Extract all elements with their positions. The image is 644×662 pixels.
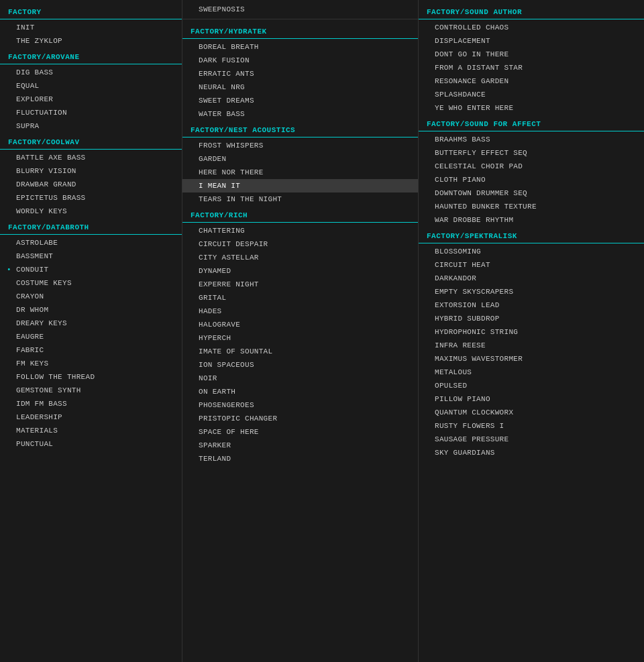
list-item[interactable]: THE ZYKLOP — [0, 34, 182, 48]
list-item[interactable]: DOWNTOWN DRUMMER SEQ — [419, 186, 644, 200]
list-item[interactable]: EXTORSION LEAD — [419, 298, 644, 312]
list-item[interactable]: DARKANDOR — [419, 272, 644, 285]
list-item[interactable]: DREARY KEYS — [0, 317, 182, 330]
list-item[interactable]: CHATTERING — [182, 224, 418, 237]
list-item[interactable]: SPLASHDANCE — [419, 88, 644, 101]
list-item[interactable]: NEURAL NRG — [182, 80, 418, 94]
list-item[interactable]: RUSTY FLOWERS I — [419, 419, 644, 433]
list-item[interactable]: DYNAMED — [182, 264, 418, 278]
list-item[interactable]: SWEEPNOSIS — [182, 3, 418, 16]
list-item[interactable]: WORDLY KEYS — [0, 205, 182, 218]
list-item[interactable]: CRAYON — [0, 290, 182, 303]
list-item[interactable]: BRAAHMS BASS — [419, 133, 644, 146]
list-item[interactable]: SWEET DREAMS — [182, 94, 418, 107]
section-header: FACTORY/DATABROTH — [0, 218, 182, 235]
list-item[interactable]: CONTROLLED CHAOS — [419, 21, 644, 34]
left-column: FACTORYINITTHE ZYKLOPFACTORY/AROVANEDIG … — [0, 0, 182, 662]
list-item[interactable]: BATTLE AXE BASS — [0, 151, 182, 164]
list-item[interactable]: ASTROLABE — [0, 236, 182, 250]
list-item[interactable]: CLOTH PIANO — [419, 173, 644, 186]
list-item[interactable]: FOLLOW THE THREAD — [0, 370, 182, 384]
list-item[interactable]: EXPERRE NIGHT — [182, 278, 418, 291]
list-item[interactable]: INIT — [0, 21, 182, 34]
list-item[interactable]: YE WHO ENTER HERE — [419, 101, 644, 115]
list-item[interactable]: DARK FUSION — [182, 54, 418, 67]
list-item[interactable]: HAUNTED BUNKER TEXTURE — [419, 200, 644, 213]
list-item[interactable]: SPACE OF HERE — [182, 425, 418, 439]
list-item[interactable]: DONT GO IN THERE — [419, 48, 644, 61]
list-item[interactable]: COSTUME KEYS — [0, 276, 182, 290]
list-item[interactable]: TEARS IN THE NIGHT — [182, 192, 418, 206]
list-item[interactable]: HALOGRAVE — [182, 318, 418, 331]
list-item[interactable]: EQUAL — [0, 79, 182, 93]
list-item[interactable]: GARDEN — [182, 152, 418, 166]
list-item[interactable]: SAUSAGE PRESSURE — [419, 433, 644, 446]
list-item[interactable]: I MEAN IT — [182, 179, 418, 192]
list-item[interactable]: PUNCTUAL — [0, 437, 182, 451]
list-item[interactable]: RESONANCE GARDEN — [419, 74, 644, 88]
list-item[interactable]: SKY GUARDIANS — [419, 446, 644, 459]
list-item[interactable]: FLUCTUATION — [0, 106, 182, 119]
list-item[interactable]: SUPRA — [0, 119, 182, 133]
list-item[interactable]: IMATE OF SOUNTAL — [182, 345, 418, 358]
list-item[interactable]: ION SPACEOUS — [182, 358, 418, 372]
list-item[interactable]: LEADERSHIP — [0, 410, 182, 424]
mid-column: SWEEPNOSISFACTORY/HYDRATEKBOREAL BREATHD… — [182, 0, 419, 662]
list-item[interactable]: FROM A DISTANT STAR — [419, 61, 644, 74]
list-item[interactable]: DR WHOM — [0, 303, 182, 317]
list-item[interactable]: EXPLORER — [0, 93, 182, 106]
section-header: FACTORY/SOUND FOR AFFECT — [419, 115, 644, 131]
list-item[interactable]: GRITAL — [182, 291, 418, 305]
list-item[interactable]: EAUGRE — [0, 330, 182, 343]
list-item[interactable]: WATER BASS — [182, 107, 418, 121]
main-container: FACTORYINITTHE ZYKLOPFACTORY/AROVANEDIG … — [0, 0, 644, 662]
section-header: FACTORY/HYDRATEK — [182, 22, 418, 39]
list-item[interactable]: INFRA REESE — [419, 339, 644, 352]
list-item[interactable]: BLOSSOMING — [419, 245, 644, 258]
list-item[interactable]: FROST WHISPERS — [182, 139, 418, 152]
list-item[interactable]: WAR DROBBE RHYTHM — [419, 213, 644, 227]
list-item[interactable]: HYBRID SUBDROP — [419, 312, 644, 325]
list-item[interactable]: ON EARTH — [182, 385, 418, 398]
section-header: FACTORY/NEST ACOUSTICS — [182, 121, 418, 137]
list-item[interactable]: METALOUS — [419, 366, 644, 379]
section-header: FACTORY/SPEKTRALISK — [419, 227, 644, 243]
list-item[interactable]: BOREAL BREATH — [182, 40, 418, 54]
list-item[interactable]: SPARKER — [182, 439, 418, 452]
right-column: FACTORY/SOUND AUTHORCONTROLLED CHAOSDISP… — [419, 0, 644, 662]
list-item[interactable]: PRISTOPIC CHANGER — [182, 412, 418, 425]
list-item[interactable]: HYDROPHONIC STRING — [419, 325, 644, 339]
list-item[interactable]: EPICTETUS BRASS — [0, 191, 182, 205]
section-header: FACTORY/AROVANE — [0, 48, 182, 64]
section-header: FACTORY/COOLWAV — [0, 133, 182, 150]
list-item[interactable]: BLURRY VISION — [0, 164, 182, 178]
list-item[interactable]: QUANTUM CLOCKWORX — [419, 406, 644, 419]
list-item[interactable]: CELESTIAL CHOIR PAD — [419, 160, 644, 173]
list-item[interactable]: CIRCUIT HEAT — [419, 258, 644, 272]
list-item[interactable]: HERE NOR THERE — [182, 166, 418, 179]
list-item[interactable]: PHOSENGEROES — [182, 398, 418, 412]
list-item[interactable]: MAXIMUS WAVESTORMER — [419, 352, 644, 366]
list-item[interactable]: BASSMENT — [0, 250, 182, 263]
list-item[interactable]: BUTTERFLY EFFECT SEQ — [419, 146, 644, 160]
section-header: FACTORY — [0, 3, 182, 19]
list-item[interactable]: CONDUIT — [0, 263, 182, 276]
list-item[interactable]: EMPTY SKYSCRAPERS — [419, 285, 644, 298]
list-item[interactable]: GEMSTONE SYNTH — [0, 384, 182, 397]
list-item[interactable]: OPULSED — [419, 379, 644, 392]
list-item[interactable]: CITY ASTELLAR — [182, 251, 418, 264]
list-item[interactable]: TERLAND — [182, 452, 418, 465]
list-item[interactable]: NOIR — [182, 372, 418, 385]
list-item[interactable]: DIG BASS — [0, 66, 182, 79]
list-item[interactable]: HADES — [182, 305, 418, 318]
list-item[interactable]: IDM FM BASS — [0, 397, 182, 410]
list-item[interactable]: FABRIC — [0, 343, 182, 357]
list-item[interactable]: PILLOW PIANO — [419, 392, 644, 406]
list-item[interactable]: HYPERCH — [182, 331, 418, 345]
list-item[interactable]: ERRATIC ANTS — [182, 67, 418, 80]
list-item[interactable]: DISPLACEMENT — [419, 34, 644, 48]
list-item[interactable]: FM KEYS — [0, 357, 182, 370]
list-item[interactable]: MATERIALS — [0, 424, 182, 437]
list-item[interactable]: DRAWBAR GRAND — [0, 178, 182, 191]
list-item[interactable]: CIRCUIT DESPAIR — [182, 237, 418, 251]
